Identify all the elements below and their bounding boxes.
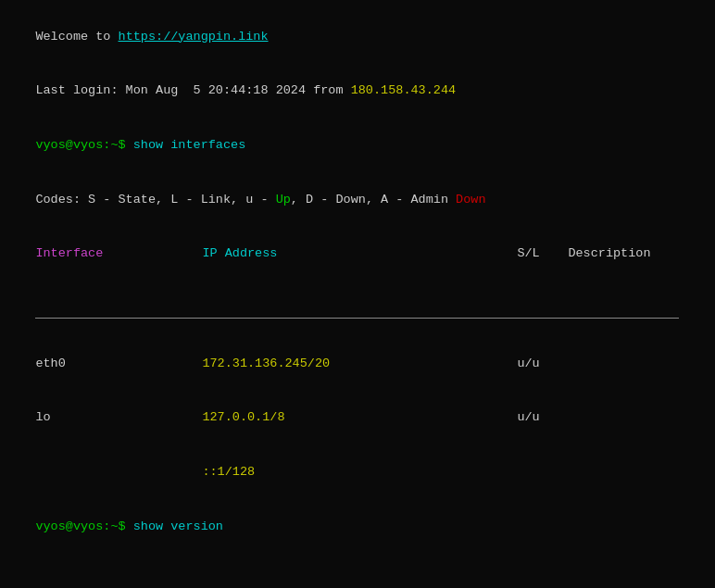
codes-comma: , A - Admin [366,193,456,206]
welcome-line: Welcome to https://yangpin.link [6,9,709,64]
last-login-line: Last login: Mon Aug 5 20:44:18 2024 from… [6,64,709,119]
col-ip: IP Address [202,244,517,263]
last-login-ip: 180.158.43.244 [351,83,456,97]
table-divider [6,281,709,336]
prompt-line-2: vyos@vyos:~$ show version [6,499,709,554]
prompt1-text: vyos@vyos:~$ [35,138,132,152]
eth0-name: eth0 [35,355,202,373]
last-login-text: Last login: Mon Aug 5 20:44:18 2024 from [35,83,350,97]
cmd2-text: show version [133,519,223,533]
cmd1-text: show interfaces [133,138,246,152]
col-desc: Description [568,246,650,260]
codes-middle: , D - [291,193,336,206]
lo-ip1: 127.0.0.1/8 [202,408,517,427]
eth0-sl: u/u [517,357,539,370]
lo-ip2-row: ::1/128 [6,445,709,500]
eth0-ip: 172.31.136.245/20 [202,355,517,373]
col-interface: Interface [35,244,202,263]
eth0-row: eth0172.31.136.245/20u/u [6,336,709,391]
codes-line: Codes: S - State, L - Link, u - Up, D - … [6,172,709,227]
welcome-link: https://yangpin.link [119,30,269,44]
blank-1 [6,554,709,572]
codes-prefix: Codes: S - State, L - Link, u - [35,193,275,206]
codes-admindown: Down [456,193,485,206]
codes-down-label: Down [335,193,365,206]
div3 [517,299,568,319]
codes-up: Up [276,193,291,206]
lo-ip2: ::1/128 [202,465,255,479]
prompt2-text: vyos@vyos:~$ [35,519,132,533]
col-sl: S/L [517,244,568,263]
welcome-text: Welcome to [35,30,118,44]
prompt-line-1: vyos@vyos:~$ show interfaces [6,118,709,172]
div2 [202,299,517,319]
div1 [35,299,202,319]
lo-name: lo [35,408,202,427]
lo-row: lo127.0.0.1/8u/u [6,391,709,445]
version-line: Version:VyOS Cloud-Mirror [6,571,709,588]
div4 [568,299,679,319]
table-header: InterfaceIP AddressS/LDescription [6,227,709,281]
terminal-window: Welcome to https://yangpin.link Last log… [6,9,709,588]
lo-sl: u/u [517,410,539,424]
